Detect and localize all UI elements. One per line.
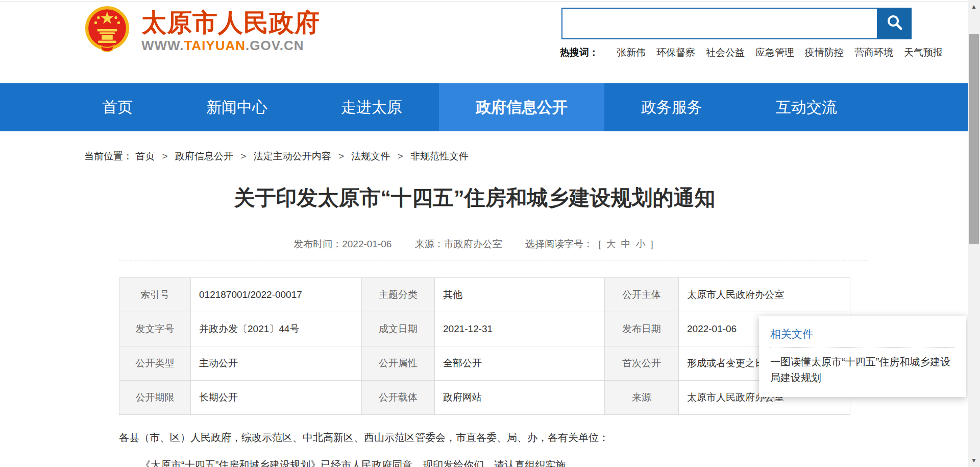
article-paragraph: 《太原市“十四五”住房和城乡建设规划》已经市人民政府同意，现印发给你们，请认真组… (119, 458, 854, 467)
index-number-label: 索引号 (119, 278, 191, 312)
search-icon (886, 14, 903, 33)
search-button[interactable] (878, 8, 912, 39)
hot-word-link[interactable]: 营商环境 (854, 46, 893, 59)
related-files-popup: 相关文件 一图读懂太原市“十四五”住房和城乡建设局建设规划 (759, 316, 966, 397)
publish-time-value: 2022-01-06 (342, 239, 391, 249)
document-number-value: 并政办发〔2021〕44号 (191, 312, 362, 346)
font-size-medium-button[interactable]: 中 (621, 239, 631, 249)
nav-item-interaction[interactable]: 互动交流 (739, 83, 874, 131)
breadcrumb-statutory-disclosure[interactable]: 法定主动公开内容 (254, 151, 331, 161)
index-number-value: 012187001/2022-00017 (191, 278, 362, 312)
nav-item-home[interactable]: 首页 (65, 83, 169, 131)
hot-word-link[interactable]: 疫情防控 (805, 46, 844, 59)
table-row: 公开类型 主动公开 公开属性 全部公开 首次公开 形成或者变更之日 (119, 346, 850, 381)
scroll-up-icon[interactable]: ▲ (968, 1, 980, 12)
main-nav: 首页 新闻中心 走进太原 政府信息公开 政务服务 互动交流 (0, 83, 980, 131)
related-file-link[interactable]: 一图读懂太原市“十四五”住房和城乡建设局建设规划 (770, 354, 955, 386)
nav-item-gov-services[interactable]: 政务服务 (604, 83, 739, 131)
disclosure-carrier-value: 政府网站 (435, 381, 605, 415)
table-row: 发文字号 并政办发〔2021〕44号 成文日期 2021-12-31 发布日期 … (119, 312, 850, 346)
scroll-down-icon[interactable]: ▼ (968, 455, 980, 466)
popup-divider (770, 347, 955, 348)
disclosure-attribute-label: 公开属性 (362, 346, 435, 381)
disclosure-period-value: 长期公开 (191, 381, 362, 415)
scrollbar[interactable]: ▲ ▼ (968, 0, 980, 467)
article-meta: 发布时间：2022-01-06 来源：市政府办公室 选择阅读字号： [大中小] (84, 238, 865, 251)
site-url: WWW.TAIYUAN.GOV.CN (141, 38, 320, 54)
font-size-large-button[interactable]: 大 (606, 239, 616, 249)
publish-date-label: 发布日期 (605, 312, 679, 346)
disclosure-subject-value: 太原市人民政府办公室 (679, 278, 850, 312)
document-info-table: 索引号 012187001/2022-00017 主题分类 其他 公开主体 太原… (119, 277, 850, 415)
source-value: 市政府办公室 (444, 239, 502, 249)
breadcrumb-label: 当前位置： (84, 151, 133, 161)
hot-word-link[interactable]: 环保督察 (656, 46, 695, 59)
first-disclosure-label: 首次公开 (605, 346, 679, 381)
source-label: 来源： (415, 239, 444, 249)
font-size-small-button[interactable]: 小 (636, 239, 646, 249)
hot-word-link[interactable]: 社会公益 (706, 46, 745, 59)
page-title: 关于印发太原市“十四五”住房和城乡建设规划的通知 (84, 184, 865, 212)
scrollbar-thumb[interactable] (969, 34, 979, 244)
nav-item-about-taiyuan[interactable]: 走进太原 (304, 83, 439, 131)
breadcrumb-gov-info[interactable]: 政府信息公开 (175, 151, 233, 161)
breadcrumb-regulation-files[interactable]: 法规文件 (351, 151, 390, 161)
nav-item-gov-info-disclosure[interactable]: 政府信息公开 (439, 83, 604, 131)
breadcrumb: 当前位置： 首页 > 政府信息公开 > 法定主动公开内容 > 法规文件 > 非规… (84, 150, 469, 163)
breadcrumb-home[interactable]: 首页 (135, 151, 155, 161)
hot-word-link[interactable]: 张新伟 (617, 46, 646, 59)
topic-category-label: 主题分类 (362, 278, 435, 312)
nav-item-news[interactable]: 新闻中心 (169, 83, 304, 131)
disclosure-attribute-value: 全部公开 (435, 346, 605, 381)
written-date-value: 2021-12-31 (435, 312, 605, 346)
search-input[interactable] (562, 9, 877, 38)
hot-search-bar: 热搜词： 张新伟 环保督察 社会公益 应急管理 疫情防控 营商环境 天气预报 (560, 46, 943, 59)
topic-category-value: 其他 (435, 278, 605, 312)
section-divider (119, 261, 868, 261)
source-row-label: 来源 (605, 381, 679, 415)
written-date-label: 成文日期 (362, 312, 435, 346)
page-top-divider (0, 2, 980, 2)
breadcrumb-non-normative-files[interactable]: 非规范性文件 (410, 151, 469, 161)
document-number-label: 发文字号 (119, 312, 191, 346)
hot-word-link[interactable]: 天气预报 (904, 46, 943, 59)
table-row: 索引号 012187001/2022-00017 主题分类 其他 公开主体 太原… (119, 278, 850, 312)
hot-word-link[interactable]: 应急管理 (755, 46, 794, 59)
font-size-label: 选择阅读字号： (525, 239, 593, 249)
search-box (561, 8, 878, 39)
table-row: 公开期限 长期公开 公开载体 政府网站 来源 太原市人民政府办公室 (119, 381, 850, 415)
site-name: 太原市人民政府 (141, 8, 320, 37)
site-logo[interactable]: 太原市人民政府 WWW.TAIYUAN.GOV.CN (84, 5, 320, 55)
publish-time-label: 发布时间： (293, 239, 342, 249)
article-paragraph: 各县（市、区）人民政府，综改示范区、中北高新区、西山示范区管委会，市直各委、局、… (119, 431, 854, 445)
disclosure-carrier-label: 公开载体 (362, 381, 435, 415)
disclosure-type-value: 主动公开 (191, 346, 362, 381)
national-emblem-icon (84, 5, 130, 55)
related-files-title: 相关文件 (770, 327, 955, 341)
disclosure-subject-label: 公开主体 (605, 278, 679, 312)
disclosure-type-label: 公开类型 (119, 346, 191, 381)
hot-search-label: 热搜词： (560, 46, 599, 59)
disclosure-period-label: 公开期限 (119, 381, 191, 415)
